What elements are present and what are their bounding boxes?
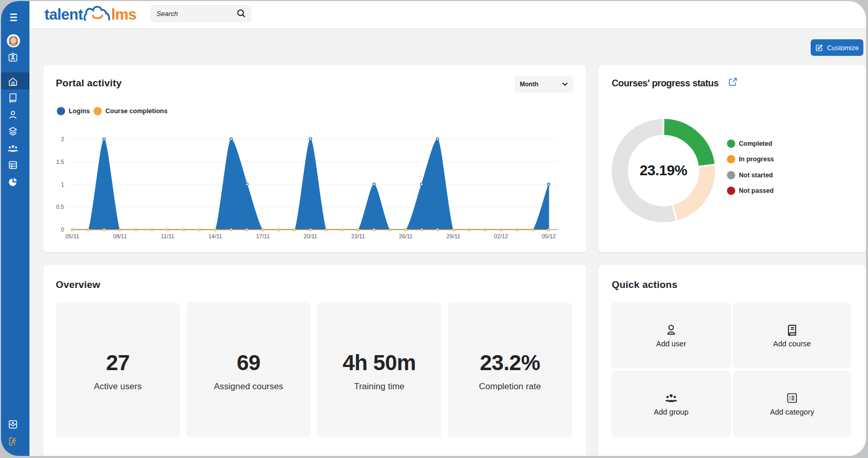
svg-text:14/11: 14/11 xyxy=(208,233,222,239)
svg-text:20/11: 20/11 xyxy=(304,233,318,239)
svg-text:11/11: 11/11 xyxy=(161,233,174,239)
svg-text:05/12: 05/12 xyxy=(541,233,556,239)
svg-text:08/11: 08/11 xyxy=(113,233,127,239)
svg-text:05/11: 05/11 xyxy=(66,233,80,239)
svg-text:02/12: 02/12 xyxy=(494,233,508,239)
svg-text:1.5: 1.5 xyxy=(56,159,64,165)
svg-text:26/11: 26/11 xyxy=(399,233,413,239)
svg-text:0.5: 0.5 xyxy=(56,204,64,210)
svg-text:2: 2 xyxy=(61,136,64,142)
svg-text:1: 1 xyxy=(61,181,64,188)
svg-text:23/11: 23/11 xyxy=(351,233,365,239)
svg-text:29/11: 29/11 xyxy=(446,233,460,239)
svg-text:17/11: 17/11 xyxy=(256,233,270,239)
svg-text:0: 0 xyxy=(61,226,64,233)
